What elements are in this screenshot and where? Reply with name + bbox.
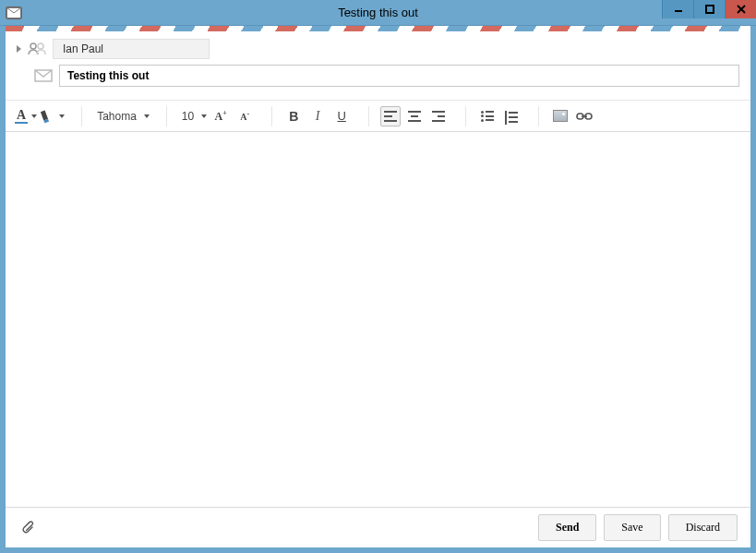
font-name-label: Tahoma: [93, 110, 140, 123]
expand-recipients-toggle[interactable]: [17, 45, 21, 53]
font-size-label: 10: [178, 110, 198, 123]
insert-link-button[interactable]: [574, 106, 594, 126]
underline-button[interactable]: U: [331, 106, 352, 126]
font-color-button[interactable]: A: [15, 106, 37, 126]
svg-rect-2: [706, 6, 714, 13]
recipients-icon: [27, 42, 47, 55]
maximize-button[interactable]: [693, 0, 725, 18]
chevron-down-icon: [201, 114, 207, 118]
numbered-list-button[interactable]: [501, 106, 522, 126]
italic-button[interactable]: I: [307, 106, 328, 126]
chevron-down-icon: [31, 114, 37, 118]
highlight-button[interactable]: [41, 106, 65, 126]
window-title: Testing this out: [0, 6, 756, 19]
image-icon: [553, 110, 568, 122]
send-button[interactable]: Send: [538, 514, 596, 541]
window-controls: [662, 0, 756, 18]
titlebar: Testing this out: [0, 0, 756, 26]
link-icon: [576, 112, 593, 121]
chevron-down-icon: [59, 114, 65, 118]
align-left-button[interactable]: [380, 106, 401, 126]
highlighter-icon: [39, 108, 55, 125]
align-right-icon: [432, 111, 445, 122]
increase-font-button[interactable]: A+: [210, 106, 231, 126]
paperclip-icon: [20, 521, 37, 535]
attach-button[interactable]: [18, 518, 39, 538]
bullet-list-icon: [481, 111, 494, 122]
italic-glyph: I: [316, 109, 320, 124]
font-size-dropdown[interactable]: 10: [178, 106, 207, 126]
format-toolbar: A Tahoma 10 A+ A-: [6, 101, 750, 132]
font-family-dropdown[interactable]: Tahoma: [93, 106, 150, 126]
close-button[interactable]: [725, 0, 756, 18]
recipient-chip[interactable]: Ian Paul: [53, 39, 210, 59]
decrease-font-sup: -: [246, 110, 249, 118]
save-button[interactable]: Save: [604, 514, 660, 541]
chevron-down-icon: [144, 114, 150, 118]
font-color-glyph: A: [15, 109, 28, 124]
window-body: Ian Paul A Tahoma: [0, 26, 756, 553]
decrease-font-button[interactable]: A-: [234, 106, 255, 126]
align-left-icon: [384, 111, 397, 122]
envelope-icon: [33, 69, 54, 82]
align-center-icon: [408, 111, 421, 122]
align-right-button[interactable]: [428, 106, 449, 126]
discard-button[interactable]: Discard: [668, 514, 738, 541]
bold-glyph: B: [289, 109, 298, 124]
bold-button[interactable]: B: [283, 106, 304, 126]
increase-font-glyph: A: [215, 110, 223, 123]
minimize-button[interactable]: [662, 0, 693, 18]
increase-font-sup: +: [222, 109, 227, 117]
bullet-list-button[interactable]: [477, 106, 498, 126]
recipients-row: Ian Paul: [17, 39, 739, 59]
subject-input[interactable]: [59, 65, 739, 87]
align-center-button[interactable]: [404, 106, 425, 126]
underline-glyph: U: [337, 109, 345, 123]
subject-row: [33, 65, 739, 87]
bottom-bar: Send Save Discard: [6, 507, 750, 547]
message-body[interactable]: [6, 132, 750, 507]
svg-point-5: [30, 43, 36, 49]
svg-point-6: [38, 43, 43, 49]
numbered-list-icon: [505, 111, 518, 122]
insert-image-button[interactable]: [550, 106, 570, 126]
compose-header: Ian Paul: [6, 31, 750, 101]
